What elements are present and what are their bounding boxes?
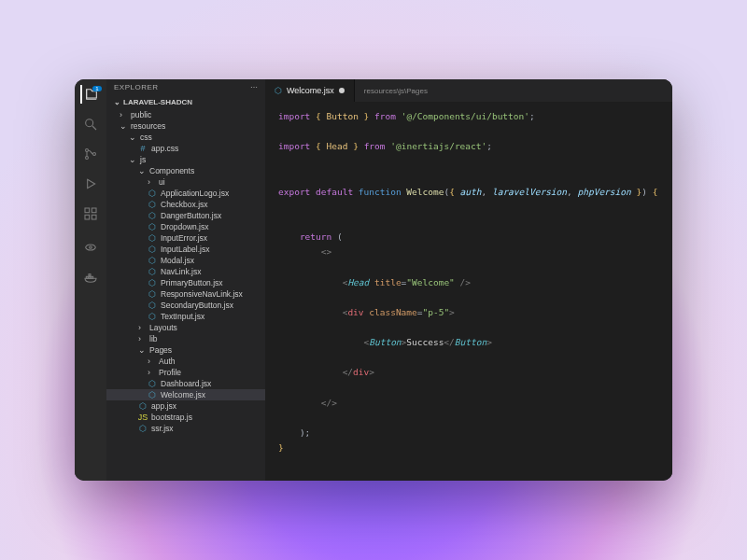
activity-bar: 1 — [75, 79, 106, 481]
folder-pages[interactable]: ⌄Pages — [106, 344, 265, 356]
folder-ui[interactable]: ›ui — [106, 176, 265, 188]
file-app-jsx[interactable]: ⬡app.jsx — [106, 400, 265, 412]
folder-layouts[interactable]: ›Layouts — [106, 322, 265, 333]
explorer-badge: 1 — [92, 86, 101, 91]
chevron-down-icon: ⌄ — [120, 121, 127, 131]
file-inputerror[interactable]: ⬡InputError.jsx — [106, 232, 265, 244]
svg-rect-8 — [85, 215, 90, 219]
react-file-icon: ⬡ — [148, 200, 157, 209]
explorer-title: EXPLORER — [114, 83, 159, 91]
chevron-down-icon: ⌄ — [129, 155, 136, 164]
folder-profile[interactable]: ›Profile — [106, 367, 265, 378]
folder-lib[interactable]: ›lib — [106, 333, 265, 344]
file-tree: ›public ⌄resources ⌄css #app.css ⌄js ⌄Co… — [106, 109, 265, 481]
react-file-icon: ⬡ — [148, 289, 157, 299]
file-navlink[interactable]: ⬡NavLink.jsx — [106, 266, 265, 277]
svg-point-10 — [90, 246, 92, 249]
file-bootstrap[interactable]: JSbootstrap.js — [106, 412, 265, 423]
remote-icon[interactable] — [81, 238, 100, 257]
file-applicationlogo[interactable]: ⬡ApplicationLogo.jsx — [106, 188, 265, 199]
file-checkbox[interactable]: ⬡Checkbox.jsx — [106, 199, 265, 210]
react-file-icon: ⬡ — [148, 233, 157, 243]
vscode-window: 1 EXPLORER ⋯ ⌄ LARAVEL-SHADCN — [75, 79, 672, 481]
docker-icon[interactable] — [81, 268, 100, 287]
project-root[interactable]: ⌄ LARAVEL-SHADCN — [106, 95, 265, 109]
file-inputlabel[interactable]: ⬡InputLabel.jsx — [106, 244, 265, 255]
explorer-icon[interactable]: 1 — [80, 85, 99, 104]
file-ssr[interactable]: ⬡ssr.jsx — [106, 423, 265, 434]
svg-rect-9 — [92, 215, 96, 219]
breadcrumb[interactable]: resources\js\Pages — [355, 84, 437, 98]
editor-tabs: ⬡ Welcome.jsx resources\js\Pages — [265, 79, 672, 102]
file-primarybutton[interactable]: ⬡PrimaryButton.jsx — [106, 277, 265, 288]
svg-rect-7 — [92, 208, 96, 213]
svg-rect-6 — [85, 208, 90, 213]
react-file-icon: ⬡ — [148, 301, 157, 310]
svg-point-3 — [86, 157, 89, 160]
react-file-icon: ⬡ — [148, 245, 157, 254]
chevron-right-icon: › — [148, 177, 155, 187]
react-file-icon: ⬡ — [148, 390, 157, 399]
explorer-header: EXPLORER ⋯ — [106, 79, 265, 95]
file-app-css[interactable]: #app.css — [106, 143, 265, 154]
react-file-icon: ⬡ — [148, 211, 157, 220]
react-file-icon: ⬡ — [138, 401, 148, 411]
explorer-sidebar: EXPLORER ⋯ ⌄ LARAVEL-SHADCN ›public ⌄res… — [106, 79, 265, 481]
folder-components[interactable]: ⌄Components — [106, 165, 265, 176]
file-dropdown[interactable]: ⬡Dropdown.jsx — [106, 221, 265, 232]
svg-rect-14 — [89, 274, 91, 276]
chevron-down-icon: ⌄ — [114, 98, 120, 106]
react-file-icon: ⬡ — [148, 189, 157, 198]
react-file-icon: ⬡ — [148, 256, 157, 265]
source-control-icon[interactable] — [81, 145, 100, 163]
folder-css[interactable]: ⌄css — [106, 132, 265, 143]
file-textinput[interactable]: ⬡TextInput.jsx — [106, 311, 265, 322]
file-modal[interactable]: ⬡Modal.jsx — [106, 255, 265, 266]
svg-point-4 — [93, 153, 96, 156]
folder-auth[interactable]: ›Auth — [106, 356, 265, 367]
folder-resources[interactable]: ⌄resources — [106, 120, 265, 132]
run-debug-icon[interactable] — [81, 175, 100, 193]
editor-pane: ⬡ Welcome.jsx resources\js\Pages import … — [265, 79, 672, 481]
react-file-icon: ⬡ — [148, 278, 157, 287]
file-secondarybutton[interactable]: ⬡SecondaryButton.jsx — [106, 300, 265, 311]
chevron-down-icon: ⌄ — [138, 345, 146, 355]
chevron-right-icon: › — [138, 334, 146, 343]
unsaved-dot-icon — [339, 88, 345, 93]
tab-welcome[interactable]: ⬡ Welcome.jsx — [265, 79, 355, 102]
file-dangerbutton[interactable]: ⬡DangerButton.jsx — [106, 210, 265, 221]
chevron-down-icon: ⌄ — [129, 133, 136, 142]
svg-point-0 — [86, 119, 93, 127]
explorer-more-icon[interactable]: ⋯ — [250, 83, 259, 91]
js-file-icon: JS — [138, 413, 148, 422]
react-file-icon: ⬡ — [138, 424, 148, 433]
tab-filename: Welcome.jsx — [287, 86, 334, 95]
react-file-icon: ⬡ — [275, 86, 282, 95]
file-welcome[interactable]: ⬡Welcome.jsx — [106, 389, 265, 400]
search-icon[interactable] — [81, 115, 100, 133]
svg-marker-5 — [88, 179, 95, 188]
folder-js[interactable]: ⌄js — [106, 154, 265, 165]
code-editor[interactable]: import { Button } from '@/Components/ui/… — [265, 102, 672, 481]
file-responsivenavlink[interactable]: ⬡ResponsiveNavLink.jsx — [106, 288, 265, 300]
extensions-icon[interactable] — [81, 204, 100, 223]
react-file-icon: ⬡ — [148, 222, 157, 231]
chevron-right-icon: › — [148, 368, 155, 377]
folder-public[interactable]: ›public — [106, 109, 265, 120]
react-file-icon: ⬡ — [148, 267, 157, 276]
svg-line-1 — [92, 126, 96, 130]
chevron-right-icon: › — [138, 323, 146, 332]
project-name: LARAVEL-SHADCN — [123, 98, 192, 106]
file-dashboard[interactable]: ⬡Dashboard.jsx — [106, 378, 265, 389]
chevron-right-icon: › — [148, 357, 155, 366]
react-file-icon: ⬡ — [148, 312, 157, 321]
chevron-right-icon: › — [120, 110, 127, 119]
css-file-icon: # — [138, 144, 148, 153]
react-file-icon: ⬡ — [148, 379, 157, 388]
svg-point-2 — [86, 149, 89, 152]
chevron-down-icon: ⌄ — [138, 166, 146, 175]
